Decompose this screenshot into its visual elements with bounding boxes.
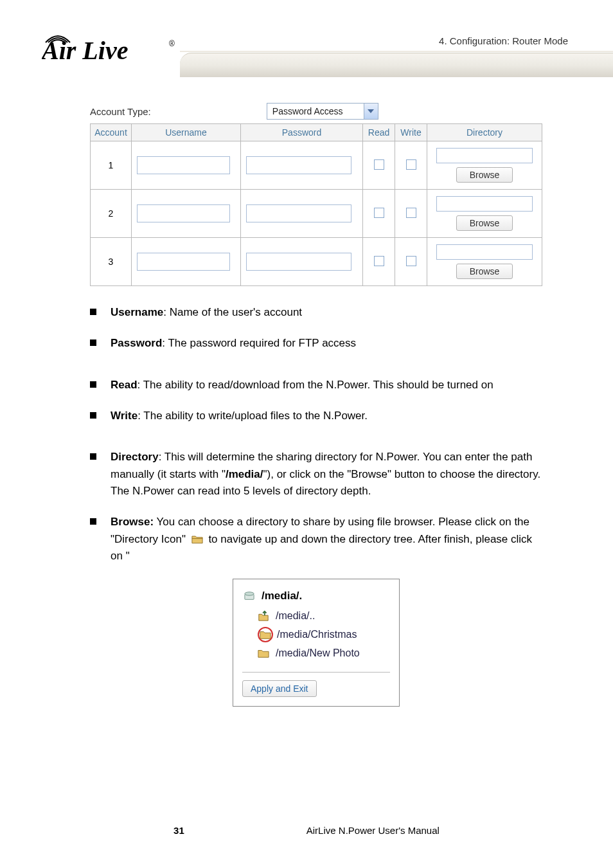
th-username: Username bbox=[132, 124, 241, 141]
directory-input[interactable] bbox=[436, 196, 533, 212]
browse-button[interactable]: Browse bbox=[456, 215, 513, 231]
chevron-down-icon bbox=[364, 104, 378, 119]
write-checkbox[interactable] bbox=[406, 159, 416, 170]
bullet-write: Write: The ability to write/upload files… bbox=[111, 408, 542, 424]
svg-point-3 bbox=[245, 592, 254, 595]
directory-input[interactable] bbox=[436, 148, 533, 163]
bullet-password: Password: The password required for FTP … bbox=[111, 335, 542, 352]
manual-title: AirLive N.Power User's Manual bbox=[306, 825, 440, 836]
folder-icon bbox=[191, 534, 203, 544]
brand-logo: Air Live ® bbox=[42, 26, 177, 67]
header-divider bbox=[180, 51, 613, 52]
read-checkbox[interactable] bbox=[374, 208, 384, 218]
breadcrumb: 4. Configuration: Router Mode bbox=[439, 35, 568, 46]
account-type-label: Account Type: bbox=[90, 106, 151, 117]
th-password: Password bbox=[241, 124, 363, 141]
read-checkbox[interactable] bbox=[374, 256, 384, 266]
bullet-icon bbox=[90, 381, 96, 388]
table-row: 1 Browse bbox=[91, 141, 542, 190]
highlight-circle-icon bbox=[258, 627, 273, 642]
row-index: 3 bbox=[91, 238, 132, 286]
bullet-directory: Directory: This will determine the shari… bbox=[111, 449, 542, 500]
password-input[interactable] bbox=[246, 204, 351, 222]
folder-icon bbox=[258, 648, 269, 658]
browser-row-item[interactable]: /media/New Photo bbox=[256, 645, 390, 662]
username-input[interactable] bbox=[137, 253, 230, 271]
th-read: Read bbox=[363, 124, 395, 141]
drive-icon bbox=[244, 591, 255, 601]
browser-root: /media/. bbox=[262, 590, 302, 602]
directory-input[interactable] bbox=[436, 244, 533, 260]
account-type-value: Password Access bbox=[267, 104, 364, 119]
folder-icon bbox=[260, 629, 271, 640]
username-input[interactable] bbox=[137, 156, 230, 174]
bullet-browse: Browse: You can choose a directory to sh… bbox=[111, 514, 542, 565]
table-row: 3 Browse bbox=[91, 238, 542, 286]
bullet-icon bbox=[90, 518, 96, 525]
password-input[interactable] bbox=[246, 253, 351, 271]
bullet-read: Read: The ability to read/download from … bbox=[111, 377, 542, 393]
page-number: 31 bbox=[173, 825, 184, 836]
row-index: 2 bbox=[91, 190, 132, 238]
bullet-username: Username: Name of the user's account bbox=[111, 304, 542, 321]
separator bbox=[242, 672, 390, 673]
browser-row-item[interactable]: /media/Christmas bbox=[256, 624, 390, 645]
directory-browser: /media/. /media/.. /media/Christmas /med… bbox=[233, 579, 400, 707]
svg-text:Air Live: Air Live bbox=[42, 36, 128, 64]
th-account: Account bbox=[91, 124, 132, 141]
row-index: 1 bbox=[91, 141, 132, 190]
th-write: Write bbox=[395, 124, 427, 141]
header-banner bbox=[180, 53, 613, 77]
svg-text:®: ® bbox=[169, 39, 175, 48]
password-input[interactable] bbox=[246, 156, 351, 174]
table-row: 2 Browse bbox=[91, 190, 542, 238]
bullet-icon bbox=[90, 453, 96, 460]
apply-and-exit-button[interactable]: Apply and Exit bbox=[242, 680, 317, 697]
bullet-icon bbox=[90, 309, 96, 315]
bullet-icon bbox=[90, 339, 96, 346]
accounts-table: Account Username Password Read Write Dir… bbox=[90, 123, 542, 286]
account-type-select[interactable]: Password Access bbox=[267, 103, 378, 120]
th-directory: Directory bbox=[427, 124, 542, 141]
browse-button[interactable]: Browse bbox=[456, 167, 513, 183]
browser-item-label: /media/New Photo bbox=[276, 647, 360, 659]
browser-item-label: /media/Christmas bbox=[277, 629, 357, 640]
browser-item-label: /media/.. bbox=[276, 610, 315, 622]
username-input[interactable] bbox=[137, 204, 230, 222]
read-checkbox[interactable] bbox=[374, 159, 384, 170]
folder-up-icon bbox=[258, 610, 269, 622]
browser-row-up[interactable]: /media/.. bbox=[256, 608, 390, 624]
browse-button[interactable]: Browse bbox=[456, 264, 513, 279]
bullet-icon bbox=[90, 412, 96, 419]
page-footer: 31 AirLive N.Power User's Manual bbox=[0, 825, 613, 836]
write-checkbox[interactable] bbox=[406, 256, 416, 266]
write-checkbox[interactable] bbox=[406, 208, 416, 218]
